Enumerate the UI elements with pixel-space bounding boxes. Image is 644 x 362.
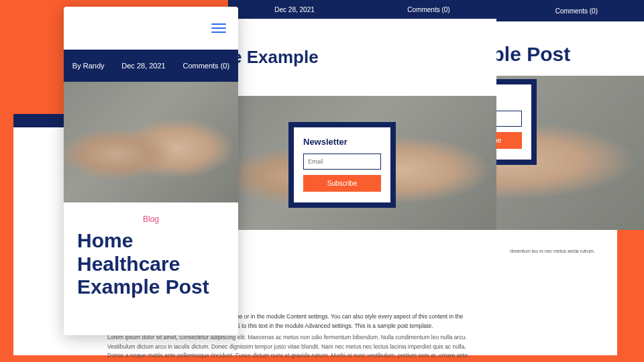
post-comments[interactable]: Comments (0) [550, 7, 603, 15]
post-paragraph: Lorem ipsum dolor sit amet, consectetur … [107, 333, 470, 362]
hamburger-icon[interactable] [211, 23, 226, 33]
post-comments[interactable]: Comments (0) [402, 6, 455, 13]
newsletter-heading: Newsletter [303, 137, 381, 147]
post-date: Dec 28, 2021 [269, 6, 320, 13]
desktop-preview-mid: Dec 28, 2021 Comments (0) e Example News… [228, 0, 496, 230]
post-author: By Randy [67, 62, 110, 70]
featured-image [64, 82, 238, 202]
post-title-partial: e Example [228, 19, 496, 96]
mobile-preview: By Randy Dec 28, 2021 Comments (0) Blog … [64, 7, 238, 335]
post-comments[interactable]: Comments (0) [177, 62, 235, 70]
post-meta-bar: Dec 28, 2021 Comments (0) [228, 0, 496, 19]
newsletter-email-input[interactable] [303, 154, 381, 170]
post-date: Dec 28, 2021 [116, 62, 170, 70]
newsletter-subscribe-button[interactable]: Subscribe [303, 175, 381, 192]
body-snippet: dimentum leo m nec metus avida rutrum. [510, 248, 610, 255]
post-meta-bar: By Randy Dec 28, 2021 Comments (0) [64, 50, 238, 82]
newsletter-widget: Newsletter Subscribe [288, 122, 396, 208]
post-title: Home Healthcare Example Post [64, 229, 238, 315]
post-category[interactable]: Blog [64, 215, 238, 224]
mobile-header [64, 7, 238, 50]
